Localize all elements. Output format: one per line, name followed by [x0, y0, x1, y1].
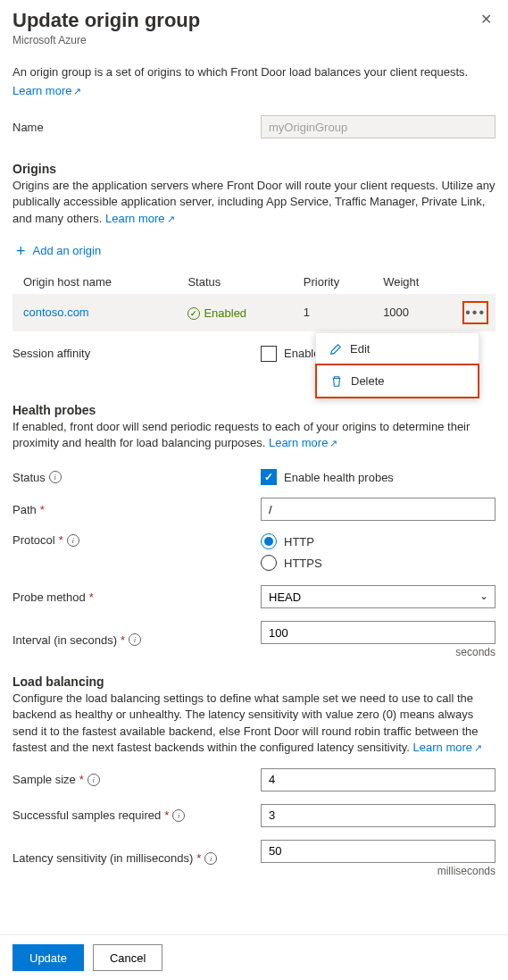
highlight-box: ••• [462, 301, 488, 324]
protocol-https-radio[interactable] [261, 555, 277, 571]
cell-weight: 1000 [376, 294, 455, 331]
external-link-icon: ↗ [73, 86, 81, 96]
menu-delete-label: Delete [351, 374, 385, 388]
info-icon[interactable]: i [172, 809, 185, 822]
latency-input[interactable] [261, 840, 496, 863]
session-affinity-label: Session affinity [12, 347, 261, 360]
intro-description: An origin group is a set of origins to w… [12, 64, 496, 80]
lb-learn-more-link[interactable]: Learn more↗ [413, 741, 482, 754]
pencil-icon [329, 343, 343, 356]
name-input [261, 115, 496, 138]
successful-samples-label: Successful samples required * i [12, 808, 261, 822]
probe-method-label: Probe method * [12, 591, 261, 604]
info-icon[interactable]: i [67, 534, 79, 547]
page-subtitle: Microsoft Azure [12, 34, 200, 46]
protocol-https-label: HTTPS [284, 557, 322, 570]
menu-delete[interactable]: Delete [315, 364, 479, 398]
status-badge: Enabled [187, 306, 246, 320]
label-text: Protocol [12, 533, 55, 547]
origins-heading: Origins [12, 162, 496, 176]
lb-description-text: Configure the load balancing settings to… [12, 691, 479, 754]
add-origin-label: Add an origin [33, 244, 102, 257]
session-affinity-checkbox[interactable] [261, 346, 277, 362]
intro-learn-more-link[interactable]: Learn more↗ [12, 84, 81, 97]
interval-unit: seconds [455, 646, 496, 658]
protocol-http-label: HTTP [284, 535, 314, 549]
successful-samples-input[interactable] [261, 804, 496, 827]
lb-description: Configure the load balancing settings to… [12, 691, 496, 756]
probe-method-select[interactable]: HEAD [261, 585, 496, 608]
row-actions-button[interactable]: ••• [465, 305, 486, 320]
protocol-label: Protocol * i [12, 533, 261, 547]
origins-table: Origin host name Status Priority Weight … [12, 270, 496, 331]
update-button[interactable]: Update [12, 944, 84, 971]
interval-label: Interval (in seconds) * i [12, 633, 261, 647]
origin-host-link[interactable]: contoso.com [23, 306, 89, 319]
add-origin-button[interactable]: + Add an origin [16, 243, 101, 259]
page-title: Update origin group [12, 9, 200, 32]
menu-edit-label: Edit [350, 342, 370, 356]
close-button[interactable]: ✕ [477, 9, 496, 29]
plus-icon: + [16, 243, 26, 259]
label-text: Successful samples required [12, 808, 161, 822]
check-circle-icon [187, 307, 200, 320]
menu-edit[interactable]: Edit [316, 333, 479, 364]
cancel-button[interactable]: Cancel [93, 944, 162, 971]
health-heading: Health probes [12, 403, 496, 417]
latency-label: Latency sensitivity (in milliseconds) * … [12, 851, 261, 865]
learn-more-label: Learn more [269, 436, 328, 449]
label-text: Status [12, 471, 46, 484]
origins-description: Origins are the application servers wher… [12, 178, 496, 227]
origins-learn-more-link[interactable]: Learn more↗ [105, 212, 174, 225]
origins-description-text: Origins are the application servers wher… [12, 179, 495, 224]
label-text: Latency sensitivity (in milliseconds) [12, 851, 193, 865]
col-priority: Priority [296, 270, 376, 294]
path-label: Path * [12, 503, 261, 516]
learn-more-label: Learn more [105, 212, 164, 225]
info-icon[interactable]: i [204, 852, 217, 865]
enable-health-probes-checkbox[interactable] [261, 469, 277, 485]
col-status: Status [180, 270, 296, 294]
info-icon[interactable]: i [87, 774, 100, 786]
table-row: contoso.com Enabled 1 1000 ••• [12, 294, 496, 331]
trash-icon [329, 375, 344, 388]
col-weight: Weight [376, 270, 455, 294]
learn-more-label: Learn more [413, 741, 472, 754]
label-text: Sample size [12, 773, 76, 786]
info-icon[interactable]: i [129, 633, 141, 646]
label-text: Path [12, 503, 37, 516]
interval-input[interactable] [261, 621, 496, 644]
external-link-icon: ↗ [474, 742, 482, 753]
health-description: If enabled, front door will send periodi… [12, 419, 496, 451]
footer: Update Cancel [0, 934, 508, 980]
protocol-http-radio[interactable] [261, 533, 277, 549]
learn-more-label: Learn more [12, 84, 71, 97]
enable-health-probes-label: Enable health probes [284, 471, 394, 484]
external-link-icon: ↗ [167, 214, 175, 224]
health-status-label: Status i [12, 471, 261, 484]
health-learn-more-link[interactable]: Learn more↗ [269, 436, 337, 449]
cell-priority: 1 [296, 294, 376, 331]
info-icon[interactable]: i [49, 471, 62, 483]
lb-heading: Load balancing [12, 674, 496, 689]
sample-size-label: Sample size * i [12, 773, 261, 786]
status-text: Enabled [204, 306, 246, 320]
label-text: Interval (in seconds) [12, 633, 117, 647]
health-description-text: If enabled, front door will send periodi… [12, 420, 470, 449]
label-text: Probe method [12, 591, 86, 604]
latency-unit: milliseconds [437, 865, 496, 877]
sample-size-input[interactable] [261, 768, 496, 792]
name-label: Name [12, 121, 261, 134]
path-input[interactable] [261, 498, 496, 521]
col-host: Origin host name [12, 270, 180, 294]
external-link-icon: ↗ [329, 438, 337, 448]
row-context-menu: Edit Delete [315, 332, 479, 398]
